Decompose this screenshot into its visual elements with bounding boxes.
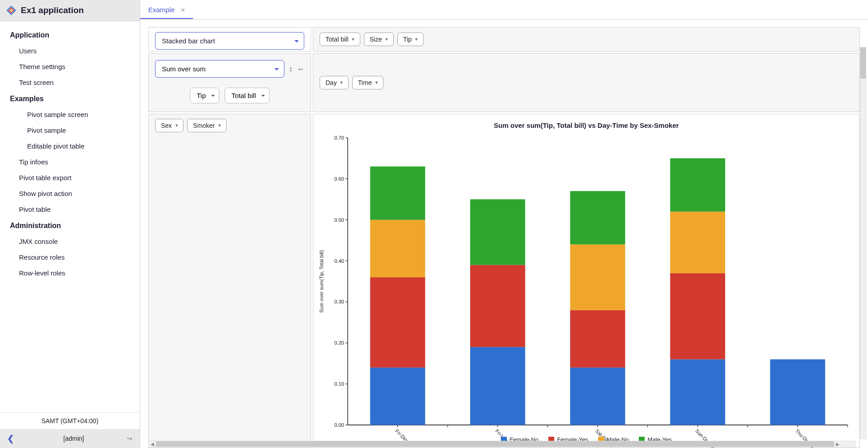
- svg-text:0.10: 0.10: [335, 381, 344, 387]
- field-chip-tip[interactable]: Tip▼: [397, 33, 424, 46]
- chevron-down-icon: ▼: [175, 123, 179, 128]
- stacked-bar-chart: 0.000.100.200.300.400.500.600.70Sum over…: [316, 133, 857, 448]
- sidebar-footer: SAMT (GMT+04:00) ❮ [admin] ↪: [0, 412, 140, 448]
- aggregator-select[interactable]: Sum over sum: [155, 60, 284, 78]
- nav-item-pivot-table-export[interactable]: Pivot table export: [0, 170, 140, 186]
- svg-text:0.00: 0.00: [335, 422, 344, 428]
- nav-item-show-pivot-action[interactable]: Show pivot action: [0, 186, 140, 201]
- renderer-select-wrap: Stacked bar chart: [155, 32, 304, 50]
- renderer-select[interactable]: Stacked bar chart: [155, 32, 304, 50]
- nav-item-pivot-table[interactable]: Pivot table: [0, 201, 140, 217]
- tab-label: Example: [148, 6, 175, 14]
- timezone-label: SAMT (GMT+04:00): [0, 413, 140, 429]
- sidebar-header: Ex1 application: [0, 0, 140, 21]
- nav-item-test-screen[interactable]: Test screen: [0, 75, 140, 90]
- app-title: Ex1 application: [21, 5, 84, 15]
- renderer-cell: Stacked bar chart: [148, 27, 311, 51]
- app-root: Ex1 application Application Users Theme …: [0, 0, 868, 448]
- content: Stacked bar chart Total bill▼ Size▼ Tip▼…: [140, 20, 868, 448]
- collapse-sidebar-icon[interactable]: ❮: [7, 434, 14, 443]
- svg-text:0.20: 0.20: [335, 340, 344, 345]
- unused-fields-cell: Total bill▼ Size▼ Tip▼: [313, 27, 860, 51]
- svg-rect-22: [370, 368, 425, 425]
- svg-rect-43: [670, 273, 725, 359]
- field-chip-size[interactable]: Size▼: [364, 33, 394, 46]
- svg-text:0.40: 0.40: [335, 258, 344, 264]
- svg-rect-24: [370, 220, 425, 277]
- svg-rect-45: [670, 158, 725, 211]
- pivot-grid: Stacked bar chart Total bill▼ Size▼ Tip▼…: [148, 27, 860, 448]
- chevron-down-icon: ▼: [217, 123, 222, 128]
- svg-rect-37: [570, 244, 625, 310]
- row-fields-cell: Sex▼ Smoker▼: [148, 114, 311, 448]
- user-row: ❮ [admin] ↪: [0, 429, 140, 448]
- svg-text:0.60: 0.60: [335, 176, 344, 182]
- horizontal-scrollbar[interactable]: ◀ ▶: [148, 441, 855, 447]
- sort-vertical-icon[interactable]: ↕: [289, 65, 292, 73]
- svg-rect-25: [370, 167, 425, 220]
- svg-rect-23: [370, 277, 425, 368]
- nav-section-application: Application: [0, 27, 140, 43]
- svg-text:0.70: 0.70: [335, 135, 344, 140]
- svg-point-2: [10, 9, 12, 11]
- svg-rect-36: [570, 310, 625, 368]
- nav-item-resource-roles[interactable]: Resource roles: [0, 249, 140, 265]
- nav-item-jmx-console[interactable]: JMX console: [0, 233, 140, 249]
- svg-rect-31: [470, 199, 525, 265]
- field-chip-smoker[interactable]: Smoker▼: [187, 119, 226, 132]
- chevron-down-icon: ▼: [374, 80, 378, 85]
- nav-item-theme-settings[interactable]: Theme settings: [0, 59, 140, 75]
- nav-item-tip-infoes[interactable]: Tip infoes: [0, 154, 140, 170]
- nav-section-examples: Examples: [0, 90, 140, 107]
- nav-section-administration: Administration: [0, 217, 140, 233]
- svg-rect-42: [670, 359, 725, 425]
- aggregator-cell: Sum over sum ↕ ↔ Tip Total bill: [148, 53, 311, 112]
- chevron-down-icon: ▼: [385, 37, 389, 42]
- svg-rect-35: [570, 368, 625, 425]
- nav: Application Users Theme settings Test sc…: [0, 21, 140, 412]
- user-name[interactable]: [admin]: [20, 435, 127, 442]
- svg-rect-30: [470, 265, 525, 347]
- agg-arg1-select[interactable]: Tip: [190, 88, 219, 103]
- sidebar: Ex1 application Application Users Theme …: [0, 0, 140, 448]
- svg-rect-38: [570, 191, 625, 244]
- svg-text:0.50: 0.50: [335, 217, 344, 223]
- svg-rect-29: [470, 347, 525, 425]
- field-chip-total-bill[interactable]: Total bill▼: [320, 33, 360, 46]
- nav-item-editable-pivot-table[interactable]: Editable pivot table: [0, 138, 140, 154]
- field-chip-sex[interactable]: Sex▼: [155, 119, 184, 132]
- nav-item-row-level-roles[interactable]: Row-level roles: [0, 265, 140, 281]
- svg-rect-49: [770, 359, 826, 425]
- nav-item-pivot-sample[interactable]: Pivot sample: [0, 122, 140, 138]
- svg-text:0.30: 0.30: [335, 299, 344, 304]
- sort-horizontal-icon[interactable]: ↔: [297, 65, 304, 73]
- tab-close-icon[interactable]: ×: [181, 6, 185, 14]
- svg-rect-44: [670, 212, 725, 273]
- tabbar: Example ×: [140, 0, 868, 20]
- app-logo-icon: [6, 5, 16, 15]
- chevron-down-icon: ▼: [340, 80, 344, 85]
- main: Example × Stacked bar chart Total bill▼ …: [140, 0, 868, 448]
- field-chip-day[interactable]: Day▼: [320, 76, 349, 89]
- vertical-scrollbar[interactable]: [860, 47, 866, 439]
- chevron-down-icon: ▼: [351, 37, 355, 42]
- chart-title: Sum over sum(Tip, Total bill) vs Day-Tim…: [316, 121, 857, 129]
- field-chip-time[interactable]: Time▼: [352, 76, 384, 89]
- col-fields-cell: Day▼ Time▼: [313, 53, 860, 112]
- tab-example[interactable]: Example ×: [140, 0, 193, 19]
- svg-text:Sum over sum(Tip, Total bill): Sum over sum(Tip, Total bill): [319, 250, 324, 313]
- chevron-down-icon: ▼: [415, 37, 419, 42]
- agg-arg2-select[interactable]: Total bill: [225, 88, 269, 103]
- nav-item-pivot-sample-screen[interactable]: Pivot sample screen: [0, 107, 140, 122]
- chart-cell: Sum over sum(Tip, Total bill) vs Day-Tim…: [313, 114, 860, 448]
- logout-icon[interactable]: ↪: [127, 435, 132, 442]
- nav-item-users[interactable]: Users: [0, 43, 140, 59]
